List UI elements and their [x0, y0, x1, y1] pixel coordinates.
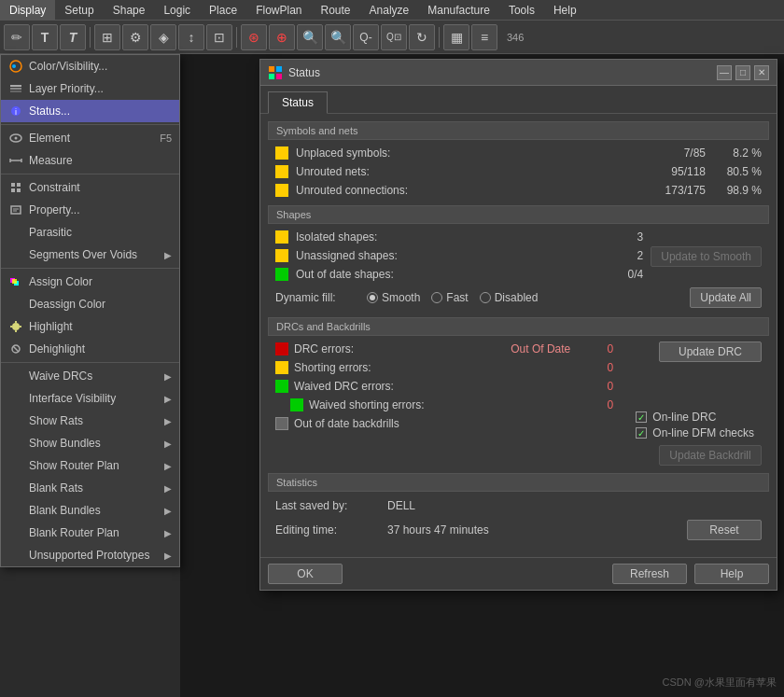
menu-setup[interactable]: Setup: [55, 0, 103, 20]
toolbar-search-icon[interactable]: 🔍: [297, 24, 323, 50]
drc-errors-indicator: [275, 342, 288, 355]
sep3: [1, 268, 179, 269]
svg-line-28: [13, 346, 19, 352]
menu-item-show-rats[interactable]: Show Rats ▶: [1, 410, 179, 432]
online-dfm-check[interactable]: On-line DFM checks: [636, 426, 754, 439]
menu-item-show-bundles[interactable]: Show Bundles ▶: [1, 432, 179, 454]
reset-btn[interactable]: Reset: [687, 520, 762, 540]
update-smooth-area: Update to Smooth: [651, 228, 769, 267]
toolbar-refresh-icon[interactable]: ↻: [409, 24, 435, 50]
menu-item-assign-color[interactable]: Assign Color: [1, 271, 179, 293]
update-backdrill-btn[interactable]: Update Backdrill: [659, 445, 762, 466]
menu-item-parasitic[interactable]: Parasitic: [1, 221, 179, 244]
menu-place[interactable]: Place: [200, 0, 246, 20]
menu-item-dehighlight[interactable]: Dehighlight: [1, 338, 179, 360]
radio-fast[interactable]: Fast: [431, 291, 468, 304]
toolbar-layers-icon[interactable]: ▦: [443, 24, 469, 50]
svg-point-22: [12, 323, 20, 330]
dialog-app-icon: [268, 65, 283, 80]
unplaced-symbols-label: Unplaced symbols:: [296, 146, 631, 160]
menu-tools[interactable]: Tools: [499, 0, 544, 20]
menu-item-show-router-plan[interactable]: Show Router Plan ▶: [1, 454, 179, 477]
dialog-minimize-btn[interactable]: —: [717, 65, 732, 80]
menu-item-blank-rats[interactable]: Blank Rats ▶: [1, 477, 179, 499]
menu-manufacture[interactable]: Manufacture: [418, 0, 499, 20]
menu-item-highlight[interactable]: Highlight: [1, 315, 179, 338]
menu-item-property[interactable]: Property...: [1, 199, 179, 221]
radio-smooth[interactable]: Smooth: [367, 291, 420, 304]
toolbar-zoomout-icon[interactable]: Q-: [353, 24, 379, 50]
menu-shape[interactable]: Shape: [104, 0, 155, 20]
menu-item-waive-drcs[interactable]: Waive DRCs ▶: [1, 365, 179, 387]
backdrills-indicator: [275, 417, 288, 430]
menu-item-interface-visibility[interactable]: Interface Visibility ▶: [1, 387, 179, 410]
menu-flowplan[interactable]: FlowPlan: [246, 0, 311, 20]
menu-item-color-visibility[interactable]: Color/Visibility...: [1, 55, 179, 77]
svg-rect-31: [269, 74, 274, 79]
shapes-content: Isolated shapes: 3 Unassigned shapes: 2 …: [268, 228, 769, 284]
toolbar-zoomin-icon[interactable]: 🔍: [325, 24, 351, 50]
svg-rect-16: [11, 206, 21, 214]
toolbar-text-icon[interactable]: T: [32, 24, 58, 50]
dehighlight-label: Dehighlight: [29, 342, 172, 355]
refresh-btn[interactable]: Refresh: [612, 564, 687, 584]
tab-status[interactable]: Status: [268, 91, 328, 114]
svg-rect-21: [12, 279, 17, 284]
radio-disabled[interactable]: Disabled: [480, 291, 539, 304]
toolbar-circle-icon[interactable]: ⊕: [269, 24, 295, 50]
toolbar-chip-icon[interactable]: ⚙: [122, 24, 148, 50]
out-of-date-shapes-indicator: [275, 268, 288, 281]
shorting-errors-indicator: [275, 361, 288, 374]
online-dfm-checkbox[interactable]: [636, 427, 647, 439]
menu-logic[interactable]: Logic: [154, 0, 200, 20]
menu-item-blank-bundles[interactable]: Blank Bundles ▶: [1, 499, 179, 522]
menu-route[interactable]: Route: [312, 0, 360, 20]
svg-rect-4: [10, 91, 21, 92]
help-btn[interactable]: Help: [694, 564, 769, 584]
coordinate-display: 346: [499, 32, 780, 43]
menu-item-constraint[interactable]: Constraint: [1, 176, 179, 199]
menu-help[interactable]: Help: [544, 0, 586, 20]
update-drc-btn[interactable]: Update DRC: [659, 342, 762, 362]
menu-analyze[interactable]: Analyze: [360, 0, 419, 20]
menu-display[interactable]: Display: [0, 0, 55, 20]
toolbar-text2-icon[interactable]: T: [60, 24, 86, 50]
menu-item-deassign-color[interactable]: Deassign Color: [1, 293, 179, 315]
menu-item-unsupported-prototypes[interactable]: Unsupported Prototypes ▶: [1, 544, 179, 566]
isolated-shapes-row: Isolated shapes: 3: [268, 228, 651, 246]
toolbar-more-icon[interactable]: ≡: [471, 24, 497, 50]
update-smooth-btn[interactable]: Update to Smooth: [651, 246, 762, 267]
drc-errors-label: DRC errors:: [294, 342, 501, 355]
toolbar-grid-icon[interactable]: ⊞: [94, 24, 120, 50]
toolbar-flip-icon[interactable]: ↕: [178, 24, 204, 50]
unsupported-prototypes-icon: [8, 548, 23, 563]
online-drc-check[interactable]: On-line DRC: [636, 411, 754, 424]
color-visibility-label: Color/Visibility...: [29, 60, 172, 73]
svg-rect-14: [11, 188, 15, 192]
toolbar-pencil-icon[interactable]: ✏: [4, 24, 30, 50]
toolbar-zoomfit-icon[interactable]: Q⊡: [381, 24, 407, 50]
online-drc-checkbox[interactable]: [636, 411, 647, 423]
menu-item-measure[interactable]: Measure: [1, 149, 179, 172]
symbols-nets-header: Symbols and nets: [268, 121, 769, 140]
toolbar-route-icon[interactable]: ◈: [150, 24, 176, 50]
svg-rect-3: [10, 88, 21, 90]
dehighlight-icon: [8, 342, 23, 356]
menu-item-status[interactable]: i Status...: [1, 100, 179, 122]
dialog-close-btn[interactable]: ✕: [754, 65, 769, 80]
waived-shorting-indicator: [290, 398, 303, 411]
editing-time-value: 37 hours 47 minutes: [387, 523, 650, 537]
blank-rats-icon: [8, 481, 23, 495]
ok-btn[interactable]: OK: [268, 564, 343, 584]
shapes-rows: Isolated shapes: 3 Unassigned shapes: 2 …: [268, 228, 651, 284]
waived-shorting-row: Waived shorting errors: 0: [268, 396, 621, 414]
menu-item-blank-router-plan[interactable]: Blank Router Plan ▶: [1, 522, 179, 544]
dialog-maximize-btn[interactable]: □: [735, 65, 750, 80]
menu-item-segments-over-voids[interactable]: Segments Over Voids ▶: [1, 244, 179, 266]
toolbar-conn-icon[interactable]: ⊛: [241, 24, 267, 50]
menu-item-layer-priority[interactable]: Layer Priority...: [1, 77, 179, 100]
waived-drc-indicator: [275, 380, 288, 393]
toolbar-via-icon[interactable]: ⊡: [206, 24, 232, 50]
menu-item-element[interactable]: Element F5: [1, 127, 179, 149]
update-all-btn[interactable]: Update All: [690, 287, 762, 308]
